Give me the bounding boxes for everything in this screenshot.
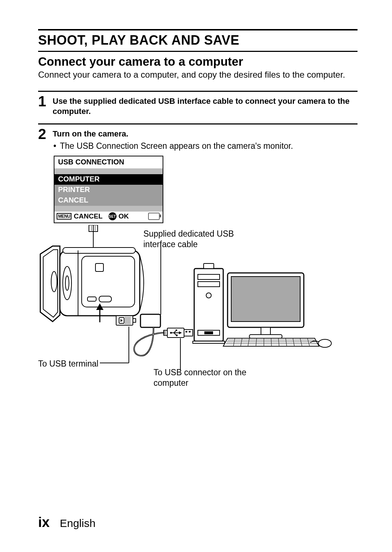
page-footer: ix English (38, 515, 95, 530)
label-to-computer: To USB connector on the computer (154, 367, 262, 388)
svg-rect-35 (185, 331, 187, 332)
screen-ok-label: OK (119, 212, 129, 220)
intro-paragraph: Connect your camera to a computer, and c… (38, 69, 358, 81)
page-number: ix (38, 515, 50, 530)
connection-diagram: Supplied dedicated USB interface cable T… (38, 225, 358, 399)
screen-shade-bottom (54, 206, 163, 212)
screen-row-printer: PRINTER (54, 185, 163, 195)
svg-rect-39 (198, 274, 220, 279)
svg-rect-11 (99, 296, 111, 302)
svg-rect-24 (140, 314, 160, 327)
subsection-title: Connect your camera to a computer (38, 55, 358, 69)
svg-rect-6 (63, 248, 135, 253)
top-rule (38, 29, 358, 30)
screen-title: USB CONNECTION (54, 156, 163, 168)
section-title: SHOOT, PLAY BACK AND SAVE (38, 33, 358, 48)
svg-rect-10 (87, 297, 96, 301)
svg-rect-9 (95, 263, 103, 271)
svg-rect-43 (204, 331, 213, 334)
svg-point-63 (318, 339, 331, 347)
step-1-text: Use the supplied dedicated USB interface… (53, 96, 358, 117)
svg-rect-44 (193, 341, 225, 343)
label-to-terminal: To USB terminal (38, 359, 98, 369)
svg-rect-47 (261, 327, 270, 335)
svg-point-13 (65, 276, 69, 290)
svg-rect-31 (176, 330, 177, 331)
svg-point-32 (176, 335, 178, 336)
camera-screen: USB CONNECTION COMPUTER PRINTER CANCEL M… (54, 156, 163, 223)
step-2-bullet: The USB Connection Screen appears on the… (60, 141, 358, 152)
svg-rect-23 (133, 319, 136, 322)
step-2: 2 Turn on the camera. The USB Connection… (38, 127, 358, 223)
label-cable: Supplied dedicated USB interface cable (143, 229, 245, 250)
step-divider-2 (38, 123, 358, 124)
screen-cancel-label: CANCEL (74, 212, 102, 220)
svg-rect-46 (231, 277, 300, 322)
svg-rect-38 (204, 263, 214, 269)
step-number-2: 2 (38, 127, 53, 141)
step-divider-1 (38, 91, 358, 92)
section-divider (38, 51, 358, 52)
screen-bottombar: MENU CANCEL SET OK (54, 212, 163, 222)
step-number-1: 1 (38, 94, 53, 109)
svg-rect-34 (184, 330, 193, 336)
screen-row-computer: COMPUTER (54, 174, 163, 185)
svg-rect-48 (249, 335, 282, 338)
svg-rect-36 (189, 331, 191, 332)
step-2-text: Turn on the camera. (53, 129, 358, 139)
svg-rect-40 (198, 282, 220, 287)
battery-icon (148, 213, 160, 220)
svg-point-41 (206, 293, 211, 298)
keyboard-icon (223, 338, 319, 346)
screen-shade-top (54, 168, 163, 174)
page-language: English (60, 517, 95, 529)
step-1: 1 Use the supplied dedicated USB interfa… (38, 95, 358, 117)
menu-badge-icon: MENU (57, 213, 72, 220)
set-badge-icon: SET (109, 212, 117, 220)
screen-row-cancel: CANCEL (54, 195, 163, 206)
